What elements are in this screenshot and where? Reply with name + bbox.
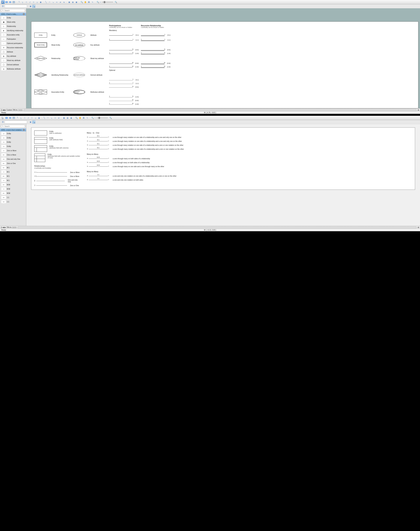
sidebar-item[interactable]: ⊸ M:1	[0, 170, 26, 174]
associative-entity-shape[interactable]: AssociativeEntity	[34, 89, 47, 94]
sidebar-item[interactable]: ▣ Weak entity	[0, 20, 26, 24]
sidebar-item[interactable]: ▭ Entity	[0, 140, 26, 144]
sidebar-item[interactable]: ⊷ M:1	[0, 165, 26, 170]
connector-6[interactable]: ⎐	[34, 116, 37, 119]
ungroup-tool[interactable]: ▨	[71, 0, 75, 4]
attribute-shape[interactable]: Weak key attribute	[73, 56, 85, 60]
image-tool[interactable]: ▣	[39, 0, 42, 4]
sidebar-item[interactable]: ◯ Derived attribute	[0, 62, 26, 67]
align-tool[interactable]: ▩	[75, 0, 78, 4]
pencil-tool[interactable]: ✎	[86, 116, 89, 119]
arrow-tool-1[interactable]: ↘	[50, 116, 53, 119]
panel-tree-icon[interactable]: ☰	[1, 5, 4, 8]
connector-1[interactable]: └	[16, 116, 19, 119]
sidebar-item[interactable]: ⊷ M:M	[0, 182, 26, 187]
cardinality-line[interactable]: N(0:N)	[109, 86, 139, 88]
rect-tool[interactable]	[5, 0, 8, 4]
attribute-shape[interactable]: Key attribute	[73, 43, 85, 47]
view-mode-1[interactable]: ▢▢▢	[12, 226, 16, 228]
cardinality-line[interactable]: M(0:M)	[109, 62, 139, 64]
curve-tool[interactable]: ⌒	[48, 0, 51, 4]
print-tool[interactable]: 🖶	[82, 116, 85, 119]
cardinality-line[interactable]: M(0:M)	[109, 99, 139, 102]
relationship-shape[interactable]: Relationship	[34, 56, 47, 61]
relationship-row[interactable]: ⪢M:M⊣ a one through many on both sides o…	[87, 161, 412, 164]
zoom-in-icon[interactable]: 🔍	[75, 116, 78, 119]
sidebar-item[interactable]: ▭ Entity	[0, 131, 26, 136]
page-prev-icon[interactable]: ◀	[2, 109, 4, 111]
cardinality-line[interactable]: 1(0:1)	[141, 34, 170, 36]
search-input[interactable]	[1, 9, 25, 12]
sidebar-item[interactable]: ⋯ Optional participation	[0, 41, 26, 45]
arrow-tool-3[interactable]: ⇄	[59, 0, 62, 4]
zoom-slider[interactable]	[96, 118, 108, 118]
sidebar-item[interactable]: ▭ Entity	[0, 15, 26, 20]
view-mode-1[interactable]: ▢▢▢	[18, 109, 22, 111]
cardinality-line[interactable]: N(0:N)	[109, 49, 139, 51]
zoom-out-button[interactable]: 🔍	[96, 0, 99, 4]
entity-variant[interactable]: Entity(with attributes field)	[34, 137, 80, 144]
relationship-simple[interactable]: |○ Zero or One	[34, 184, 80, 187]
relationship-row[interactable]: ⪢M:M⊣ a zero through many on both sides …	[87, 157, 412, 160]
sidebar-item[interactable]: ◈ Identifying relationship	[0, 28, 26, 33]
search-button[interactable]: 🔍	[32, 5, 35, 8]
sidebar-item[interactable]: ⊸ M:1	[0, 178, 26, 182]
connector-2[interactable]: ┐	[21, 0, 24, 4]
align-tool[interactable]: ▩	[70, 116, 73, 119]
line-tool[interactable]: ╲	[44, 0, 47, 4]
sidebar-item[interactable]: ⊷ M:M	[0, 191, 26, 195]
relationship-row[interactable]: ⪢M:1⊣ a one through many notation on one…	[87, 144, 412, 146]
arrow-tool-4[interactable]: ⇆	[62, 0, 66, 4]
zoom-slider[interactable]	[102, 2, 113, 3]
page-first-icon[interactable]: ‖	[1, 109, 2, 111]
sidebar-item[interactable]: ⬚ Associative entity	[0, 33, 26, 37]
zoom-in-button[interactable]: 🔍	[114, 0, 118, 4]
pencil-tool[interactable]: ✎	[91, 0, 94, 4]
sidebar-item[interactable]: ⊶ 1:1	[0, 200, 26, 204]
close-icon[interactable]: ×	[23, 13, 25, 15]
hscroll-track[interactable]	[18, 226, 416, 228]
zoom-in-button[interactable]: 🔍	[109, 116, 112, 119]
close-icon[interactable]: ×	[23, 129, 25, 131]
arrow-tool-2[interactable]: ↔	[55, 0, 59, 4]
ellipse-tool[interactable]	[9, 0, 12, 4]
corner-icon[interactable]: ⊞	[418, 226, 419, 228]
sidebar-item[interactable]: ◯ Attribute	[0, 50, 26, 54]
table-tool[interactable]	[12, 0, 15, 4]
sidebar-item[interactable]: ⟲ Recursive relationship	[0, 45, 26, 50]
sidebar-item[interactable]: ⊸ Zero or More	[0, 148, 26, 153]
connector-3[interactable]: ⎍	[23, 116, 26, 119]
connector-3[interactable]: ⎍	[25, 0, 28, 4]
rect-tool[interactable]	[5, 116, 8, 119]
search-button[interactable]: 🔍	[32, 120, 35, 123]
group-tool[interactable]: ▦	[68, 0, 71, 4]
page-first-icon[interactable]: ‖	[1, 226, 2, 228]
sidebar-item[interactable]: ▭ Entity	[0, 136, 26, 140]
sidebar-item[interactable]: ◍ Key attribute	[0, 54, 26, 58]
sidebar-item[interactable]: ◎ Multivalue attribute	[0, 67, 26, 71]
cardinality-line[interactable]: N(0:N)	[141, 49, 170, 51]
relationship-row[interactable]: ⪢M:M⊣ a zero through many on one side an…	[87, 165, 412, 168]
connector-6[interactable]: ⎐	[35, 0, 39, 4]
print-tool[interactable]: 🖶	[87, 0, 90, 4]
command-input[interactable]	[5, 120, 27, 123]
cardinality-line[interactable]: 11(1:1)	[141, 39, 170, 41]
zoom-minus[interactable]: −	[94, 117, 95, 119]
connector-4[interactable]: ⎎	[27, 116, 30, 119]
cardinality-line[interactable]: 1N(1:N)	[141, 52, 170, 55]
cardinality-line[interactable]: 1(0:1)	[109, 79, 139, 81]
entity-variant[interactable]: Entity(attributes field with columns and…	[34, 153, 80, 162]
arrow-tool-3[interactable]: ⇄	[57, 116, 60, 119]
sidebar-item[interactable]: ◌ Weak key attribute	[0, 58, 26, 62]
cardinality-line[interactable]: 1M(1:M)	[109, 66, 139, 68]
relationship-shape[interactable]: Relationship	[34, 73, 47, 77]
curve-tool[interactable]: ⌒	[46, 116, 49, 119]
sidebar-item[interactable]: ⊸ M:M	[0, 187, 26, 191]
canvas-area[interactable]: ParticipationsCardinality can be shown o…	[26, 8, 420, 108]
relationship-simple[interactable]: || One and only One	[34, 179, 80, 183]
cardinality-line[interactable]: 1N(1:N)	[109, 96, 139, 98]
zoom-out-button[interactable]: 🔍	[91, 116, 94, 119]
sidebar-item[interactable]: ▭ Entity	[0, 144, 26, 148]
relationship-row[interactable]: ⪢M:1⊣ a one through many notation on one…	[87, 136, 412, 138]
arrow-tool-1[interactable]: ↘	[51, 0, 55, 4]
